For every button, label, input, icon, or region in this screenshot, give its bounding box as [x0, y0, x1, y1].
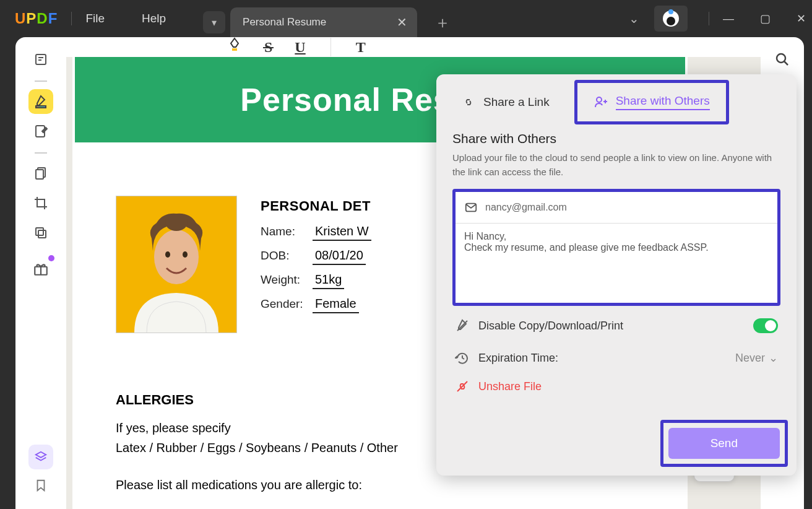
- unshare-button[interactable]: Unshare File: [452, 370, 780, 402]
- disable-copy-label: Disable Copy/Download/Print: [478, 320, 623, 333]
- share-link-tab[interactable]: Share a Link: [455, 90, 556, 115]
- tab-dropdown[interactable]: ▾: [203, 11, 225, 33]
- message-input[interactable]: [464, 231, 769, 293]
- toolbar-separator: [330, 38, 331, 56]
- panel-description: Upload your file to the cloud to send pe…: [452, 151, 780, 179]
- mail-icon: [464, 201, 478, 214]
- svg-point-27: [597, 97, 602, 102]
- expiration-label: Expiration Time:: [478, 352, 558, 365]
- panel-heading: Share with Others: [452, 131, 780, 146]
- name-label: Name:: [261, 225, 310, 238]
- minimize-icon[interactable]: —: [723, 12, 734, 25]
- email-input[interactable]: [485, 202, 769, 213]
- expiration-row[interactable]: Expiration Time: Never ⌄: [452, 338, 780, 370]
- divider: [709, 12, 709, 25]
- svg-point-16: [165, 214, 188, 231]
- send-highlight: Send: [660, 420, 788, 467]
- menu-file[interactable]: File: [85, 12, 105, 25]
- gender-value: Female: [313, 297, 359, 313]
- main-area: S U T Personal Resume: [15, 37, 804, 509]
- dob-label: DOB:: [261, 249, 310, 263]
- gender-label: Gender:: [261, 297, 310, 311]
- share-panel: Share a Link Share with Others Share wit…: [436, 74, 797, 476]
- document-tab[interactable]: Personal Resume ✕: [230, 7, 417, 37]
- unshare-label: Unshare File: [478, 380, 542, 393]
- svg-rect-8: [36, 228, 43, 235]
- search-icon[interactable]: [770, 47, 795, 72]
- maximize-icon[interactable]: ▢: [760, 12, 771, 25]
- divider: [71, 12, 72, 25]
- chevron-down-icon[interactable]: ⌄: [629, 11, 639, 26]
- svg-line-30: [457, 381, 467, 391]
- strikethrough-icon[interactable]: S: [264, 39, 272, 56]
- weight-label: Weight:: [261, 273, 310, 287]
- annotation-toolbar: S U T: [66, 37, 761, 57]
- tab-close-icon[interactable]: ✕: [397, 15, 407, 30]
- share-others-label: Share with Others: [616, 94, 710, 110]
- bookmark-icon[interactable]: [28, 473, 53, 498]
- text-icon[interactable]: T: [356, 39, 366, 56]
- app-logo: UPDF: [15, 10, 58, 27]
- svg-rect-6: [36, 170, 43, 179]
- send-button[interactable]: Send: [668, 428, 780, 459]
- dob-value: 08/01/20: [313, 248, 366, 265]
- svg-point-15: [183, 251, 188, 258]
- gift-icon[interactable]: [28, 256, 53, 281]
- disable-icon: [455, 318, 470, 333]
- share-link-label: Share a Link: [483, 95, 550, 109]
- svg-line-18: [784, 61, 788, 65]
- share-others-tab[interactable]: Share with Others: [574, 80, 729, 124]
- svg-point-17: [777, 54, 785, 63]
- reader-tool-icon[interactable]: [28, 47, 53, 72]
- chevron-down-icon: ⌄: [769, 351, 778, 365]
- layers-icon[interactable]: [28, 445, 53, 469]
- left-sidebar: [15, 37, 66, 509]
- disable-copy-row: Disable Copy/Download/Print: [452, 306, 780, 338]
- new-tab-button[interactable]: ＋: [434, 12, 451, 33]
- edit-tool-icon[interactable]: [28, 119, 53, 144]
- copy-tool-icon[interactable]: [28, 220, 53, 245]
- pages-tool-icon[interactable]: [28, 161, 53, 186]
- close-icon[interactable]: ✕: [797, 12, 806, 25]
- window-controls: — ▢ ✕: [723, 12, 806, 25]
- history-icon: [455, 350, 470, 365]
- weight-value: 51kg: [313, 272, 344, 289]
- share-tabs: Share a Link Share with Others: [436, 74, 797, 130]
- crop-tool-icon[interactable]: [28, 191, 53, 215]
- tab-title: Personal Resume: [243, 16, 326, 28]
- medications-question: Please list all medications you are alle…: [116, 475, 644, 495]
- underline-icon[interactable]: U: [295, 39, 305, 56]
- disable-copy-toggle[interactable]: [753, 318, 778, 333]
- highlighter-icon[interactable]: [227, 37, 242, 57]
- svg-rect-3: [36, 106, 46, 108]
- share-input-box: [452, 189, 780, 306]
- svg-point-14: [165, 251, 170, 258]
- titlebar: UPDF File Help ▾ Personal Resume ✕ ＋ ⌄ —…: [0, 0, 812, 37]
- account-button[interactable]: [654, 6, 688, 32]
- menu-help[interactable]: Help: [142, 12, 166, 25]
- highlight-tool-icon[interactable]: [28, 89, 53, 114]
- expiration-value: Never ⌄: [735, 351, 778, 365]
- svg-rect-11: [232, 48, 237, 51]
- name-value: Kristen W: [313, 224, 371, 241]
- svg-point-13: [154, 230, 199, 284]
- profile-photo: [116, 196, 237, 333]
- svg-rect-7: [38, 230, 46, 238]
